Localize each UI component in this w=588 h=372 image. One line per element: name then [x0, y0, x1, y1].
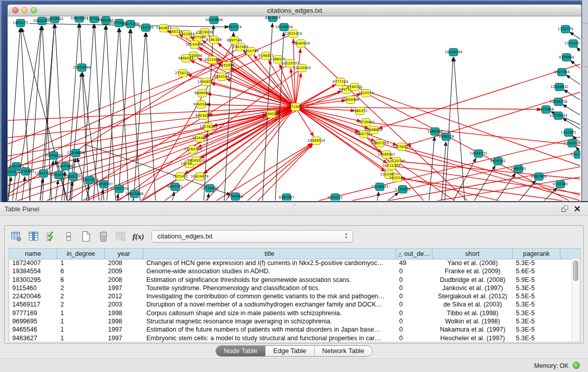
create-column-button[interactable]	[79, 230, 93, 243]
table-row[interactable]: 1938455462009Genome-wide association stu…	[9, 267, 572, 275]
window-resize-grip[interactable]	[570, 190, 580, 200]
background-window-edge	[582, 0, 588, 201]
network-node[interactable]: 8186328	[206, 36, 222, 44]
panel-divider-grip[interactable]	[292, 203, 298, 207]
network-node[interactable]: 7615526	[138, 24, 154, 32]
delete-columns-button[interactable]	[97, 230, 110, 243]
node-label: 1405572	[13, 21, 28, 25]
network-node[interactable]: 7386372	[352, 107, 367, 115]
network-node[interactable]: 12093832	[551, 83, 569, 91]
column-header[interactable]: △out_de…	[396, 249, 432, 259]
table-cell: 5.6E-5	[513, 267, 560, 275]
network-node[interactable]: 17359928	[67, 149, 85, 157]
network-node[interactable]: 9132481	[553, 181, 568, 188]
network-node[interactable]: 16914479	[191, 173, 209, 181]
network-node[interactable]: 16782759	[111, 185, 128, 193]
table-cell: Yano et al. (2008)	[432, 259, 513, 267]
network-node[interactable]: 16648784	[445, 49, 463, 56]
network-node[interactable]: 6687306	[531, 173, 547, 181]
table-row[interactable]: 2242004622012Investigating the contribut…	[9, 292, 572, 300]
network-graph[interactable]: 1872400718300295977716994975689746266203…	[8, 16, 580, 201]
table-cell: Genome-wide association studies in ADHD.	[143, 267, 396, 275]
network-node[interactable]: 10653287	[71, 16, 89, 23]
network-canvas[interactable]: 1872400718300295977716994975689746266203…	[8, 16, 581, 201]
function-builder-button[interactable]: f(x)	[133, 232, 144, 241]
table-row[interactable]: 1456911722003Disruption of a novel membe…	[9, 300, 572, 309]
network-node[interactable]: 8813054	[265, 16, 280, 22]
network-node[interactable]: 3803144	[214, 73, 229, 81]
network-node[interactable]: 2718126	[175, 70, 190, 77]
network-node[interactable]: 9245022	[328, 194, 343, 201]
network-node[interactable]: 9227343	[554, 69, 570, 76]
network-node[interactable]: 1640954	[427, 128, 443, 136]
node-label: 9465546	[193, 102, 209, 106]
network-node[interactable]: 6794069	[228, 193, 243, 201]
network-node[interactable]: 1112779	[558, 26, 573, 33]
node-label: 9329966	[559, 55, 574, 59]
column-header[interactable]: in_degree	[57, 249, 105, 259]
tab-edge-table[interactable]: Edge Table	[265, 346, 314, 356]
table-cell: Corpus callosum shape and size in male p…	[143, 309, 396, 317]
table-cell: 0	[396, 267, 432, 275]
network-node[interactable]: 1167533	[571, 151, 580, 159]
network-node[interactable]: 1432971	[561, 129, 576, 137]
table-row[interactable]: 946554611997Estimation of the future num…	[9, 325, 572, 334]
node-label: 8215958	[538, 107, 554, 112]
network-node[interactable]: 9938218	[439, 133, 454, 141]
float-panel-icon[interactable]	[561, 205, 569, 212]
node-label: 2522544	[389, 176, 405, 180]
close-panel-icon[interactable]	[574, 205, 581, 212]
node-label: 7857224	[226, 25, 242, 29]
table-settings-button[interactable]	[10, 230, 23, 243]
table-row[interactable]: 969969511998Structural magnetic resonanc…	[9, 317, 572, 325]
select-all-rows-button[interactable]	[45, 230, 58, 243]
column-header[interactable]: year	[105, 249, 143, 259]
table-select-combobox[interactable]: citations_edges.txt ▲▼	[151, 230, 353, 243]
node-label: 15716485	[201, 186, 219, 190]
deselect-all-rows-button[interactable]	[62, 230, 75, 243]
table-cell: 0	[396, 317, 432, 325]
network-node[interactable]: 9329966	[559, 54, 574, 61]
node-label: 9242848	[219, 63, 234, 68]
table-row[interactable]: 1872400712008Changes of HCN gene express…	[9, 259, 572, 267]
network-node[interactable]: 16720407	[357, 119, 375, 126]
network-node[interactable]: 16033809	[205, 16, 223, 24]
node-label: 12444158	[550, 100, 568, 104]
network-node[interactable]: 7857224	[226, 24, 242, 31]
network-desktop: citations_edges.txt 18724007183002959777…	[0, 0, 588, 202]
node-label: 18640929	[292, 41, 310, 46]
network-node[interactable]: 19384554	[308, 137, 325, 145]
network-node[interactable]: 15751074	[564, 40, 580, 48]
table-cell: 1997	[105, 325, 143, 334]
network-node[interactable]: 1405572	[13, 19, 28, 27]
network-node[interactable]: 16543362	[186, 41, 204, 49]
network-node[interactable]: 18640929	[292, 40, 310, 48]
network-window-titlebar[interactable]: citations_edges.txt	[8, 5, 581, 16]
table-cell: Investigating the contribution of common…	[143, 292, 396, 300]
delete-table-button[interactable]	[114, 230, 127, 243]
trash-icon	[98, 231, 109, 242]
column-header[interactable]: name	[9, 249, 57, 259]
table-row[interactable]: 911546021997Tourette syndrome. Phenomeno…	[9, 284, 572, 292]
table-cell: 2009	[105, 267, 143, 275]
scrollbar-thumb[interactable]	[573, 260, 578, 281]
tab-node-table[interactable]: Node Table	[216, 346, 265, 356]
table-cell: de Silva et al. (2003)	[432, 300, 513, 309]
network-node[interactable]: 16210643	[550, 112, 568, 120]
table-row[interactable]: 946362711997Embryonic stem cells: a mode…	[9, 334, 572, 342]
table-row[interactable]: 1830029562008Estimation of significance …	[9, 276, 572, 284]
network-node[interactable]: 20206536	[45, 152, 63, 160]
table-cell: 1	[57, 309, 105, 317]
tab-network-table[interactable]: Network Table	[314, 346, 372, 356]
column-header[interactable]: pagerank	[513, 249, 560, 259]
column-header[interactable]: short	[432, 249, 513, 259]
network-node[interactable]: 1733426	[395, 186, 410, 193]
network-node[interactable]: 12444158	[550, 98, 568, 106]
table-scrollbar[interactable]	[572, 259, 580, 342]
memory-status-label: Memory: OK	[534, 362, 569, 369]
column-header[interactable]: title	[143, 249, 396, 259]
network-node[interactable]: 8387407	[279, 194, 294, 201]
select-columns-button[interactable]	[27, 230, 40, 243]
network-node[interactable]: 9699695	[194, 90, 210, 97]
table-row[interactable]: 977716911998Corpus callosum shape and si…	[9, 309, 572, 317]
